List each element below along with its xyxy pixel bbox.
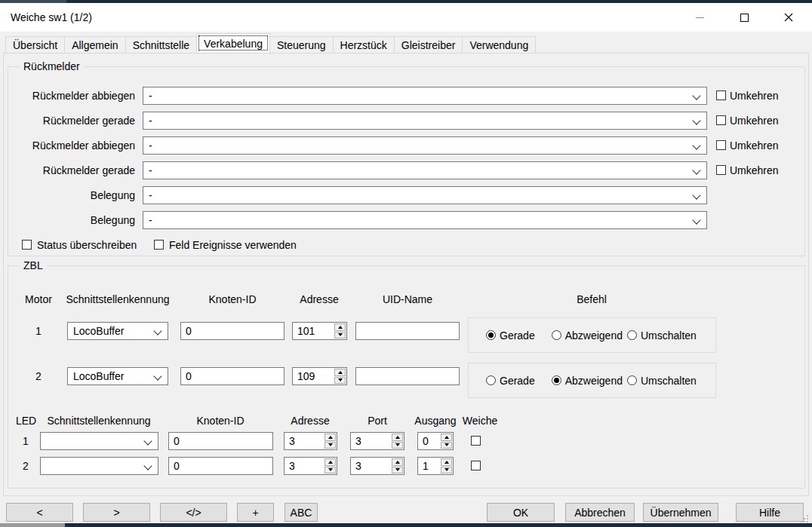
belegung-2-select[interactable]: -: [143, 211, 707, 229]
motor1-knoten-id-field[interactable]: 0: [180, 322, 285, 340]
tab-verkabelung[interactable]: Verkabelung: [196, 33, 270, 53]
spin-down-button[interactable]: [392, 467, 403, 474]
radio-gerade[interactable]: [486, 330, 496, 340]
add-button[interactable]: +: [237, 503, 274, 522]
spin-down-button[interactable]: [334, 377, 346, 385]
hilfe-button[interactable]: Hilfe: [736, 503, 804, 522]
spin-up-button[interactable]: [392, 434, 403, 441]
code-button[interactable]: </>: [160, 503, 227, 522]
tab-allgemein[interactable]: Allgemein: [64, 36, 125, 53]
spin-down-button[interactable]: [334, 332, 346, 339]
befehl-option[interactable]: Umschalten: [627, 329, 697, 342]
rueckmelder-abbiegen-1-select[interactable]: -: [143, 87, 707, 105]
spin-up-button[interactable]: [392, 458, 403, 466]
rueckmelder-row-label: Rückmelder gerade: [8, 164, 135, 176]
rueckmelder-gerade-2-select[interactable]: -: [143, 161, 707, 179]
led2-weiche-checkbox[interactable]: [471, 461, 481, 470]
umkehren-checkbox[interactable]: [716, 140, 726, 150]
led-row-index: 2: [16, 460, 35, 472]
led1-weiche-checkbox[interactable]: [471, 436, 481, 446]
knoten-id-header: Knoten-ID: [187, 293, 278, 305]
radio-gerade[interactable]: [486, 375, 496, 385]
spin-up-button[interactable]: [441, 434, 452, 441]
radio-abzweigend[interactable]: [552, 330, 561, 340]
spin-up-button[interactable]: [324, 434, 336, 441]
status-ueberschreiben-label: Status überschreiben: [37, 239, 137, 251]
radio-abzweigend[interactable]: [552, 375, 561, 385]
spin-up-icon: [338, 371, 343, 374]
umkehren-checkbox[interactable]: [716, 165, 726, 175]
spin-up-button[interactable]: [334, 369, 346, 376]
befehl-option[interactable]: Gerade: [486, 375, 535, 387]
befehl-option[interactable]: Gerade: [486, 329, 535, 342]
radio-umschalten[interactable]: [627, 375, 637, 385]
motor2-adresse-spinner[interactable]: 109: [292, 367, 347, 385]
abbrechen-button[interactable]: Abbrechen: [565, 503, 635, 522]
led1-port-spinner[interactable]: 3: [350, 432, 404, 450]
tab-herzstueck[interactable]: Herzstück: [333, 36, 395, 53]
maximize-icon: [740, 14, 749, 22]
befehl-option[interactable]: Abzweigend: [552, 329, 623, 342]
spin-up-button[interactable]: [324, 458, 336, 466]
belegung-1-select[interactable]: -: [143, 186, 707, 204]
chevron-down-icon: [143, 437, 152, 445]
spin-up-icon: [338, 326, 343, 329]
led2-ausgang-spinner[interactable]: 1: [417, 457, 454, 475]
umkehren-checkbox[interactable]: [716, 90, 726, 100]
led2-knoten-id-field[interactable]: 0: [168, 457, 273, 475]
motor2-schnittstelle-select[interactable]: LocoBuffer: [67, 367, 168, 385]
chevron-down-icon: [692, 191, 700, 199]
spin-down-button[interactable]: [392, 442, 403, 449]
tab-steuerung[interactable]: Steuerung: [269, 36, 334, 53]
spin-up-icon: [328, 436, 333, 439]
umkehren-checkbox[interactable]: [716, 115, 726, 125]
led2-schnittstelle-select[interactable]: [40, 457, 158, 475]
led1-ausgang-spinner[interactable]: 0: [417, 432, 454, 450]
feld-ereignisse-checkbox[interactable]: [154, 240, 164, 250]
prev-button[interactable]: <: [6, 503, 73, 522]
befehl-option[interactable]: Umschalten: [627, 375, 697, 387]
rueckmelder-gerade-1-select[interactable]: -: [143, 112, 707, 130]
rueckmelder-row-label: Belegung: [8, 214, 135, 226]
motor1-uid-name-field[interactable]: [355, 322, 460, 340]
led2-adresse-spinner[interactable]: 3: [284, 457, 337, 475]
spin-up-button[interactable]: [441, 458, 452, 466]
spin-down-button[interactable]: [324, 442, 336, 449]
motor2-uid-name-field[interactable]: [355, 367, 460, 385]
dialog-window: Weiche sw1 (1/2) Übersicht Allgemein Sch…: [0, 0, 812, 527]
led2-port-spinner[interactable]: 3: [350, 457, 404, 475]
spin-down-button[interactable]: [441, 442, 452, 449]
led-adresse-header: Adresse: [280, 415, 340, 427]
bottom-edge-strip: [0, 523, 812, 527]
befehl-option[interactable]: Abzweigend: [552, 375, 623, 387]
motor1-adresse-spinner[interactable]: 101: [292, 322, 347, 340]
tab-gleistreiber[interactable]: Gleistreiber: [394, 36, 463, 53]
spin-down-button[interactable]: [324, 467, 336, 474]
maximize-button[interactable]: [727, 3, 761, 32]
close-button[interactable]: [771, 3, 806, 32]
chevron-down-icon: [153, 326, 161, 335]
chevron-down-icon: [692, 166, 700, 174]
spin-down-button[interactable]: [441, 467, 452, 474]
ok-button[interactable]: OK: [487, 503, 555, 522]
abc-button[interactable]: ABC: [285, 503, 318, 522]
led-knoten-id-header: Knoten-ID: [175, 415, 266, 427]
rueckmelder-abbiegen-2-select[interactable]: -: [143, 136, 707, 155]
radio-umschalten[interactable]: [627, 330, 637, 340]
tab-schnittstelle[interactable]: Schnittstelle: [125, 36, 197, 53]
resize-grip[interactable]: [800, 514, 809, 523]
led1-knoten-id-field[interactable]: 0: [168, 432, 273, 450]
tab-uebersicht[interactable]: Übersicht: [5, 36, 65, 53]
minimize-button[interactable]: [682, 3, 717, 32]
status-ueberschreiben-checkbox[interactable]: [22, 240, 32, 250]
spin-down-icon: [395, 443, 400, 446]
motor1-schnittstelle-select[interactable]: LocoBuffer: [67, 322, 168, 340]
next-button[interactable]: >: [83, 503, 150, 522]
spin-up-button[interactable]: [334, 323, 346, 331]
zbl-group-label: ZBL: [20, 259, 47, 271]
uebernehmen-button[interactable]: Übernehmen: [643, 503, 718, 522]
tab-verwendung[interactable]: Verwendung: [462, 36, 536, 53]
led1-schnittstelle-select[interactable]: [40, 432, 158, 450]
led1-adresse-spinner[interactable]: 3: [284, 432, 337, 450]
motor2-knoten-id-field[interactable]: 0: [180, 367, 285, 385]
